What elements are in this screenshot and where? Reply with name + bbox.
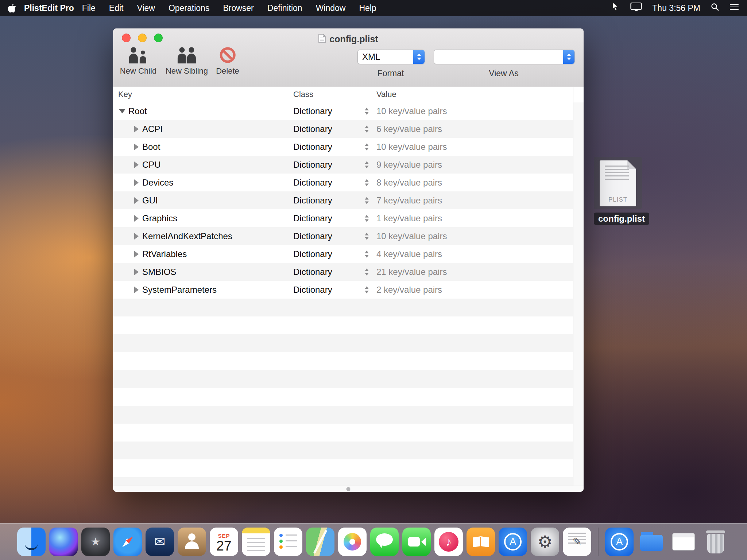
app-icon-reminders[interactable]	[274, 528, 302, 556]
delete-label: Delete	[216, 66, 239, 76]
plist-outline: RootDictionary10 key/value pairsACPIDict…	[113, 102, 584, 486]
dock-item-trash[interactable]	[701, 528, 730, 556]
disclosure-triangle[interactable]	[134, 179, 139, 186]
app-icon-mail[interactable]: ✉	[146, 528, 174, 556]
row-class: Dictionary	[293, 178, 332, 188]
class-popup-stepper-icon[interactable]	[364, 107, 369, 115]
new-child-button[interactable]: New Child	[120, 47, 156, 76]
app-icon-system-preferences[interactable]: ⚙	[531, 528, 559, 556]
app-icon-facetime[interactable]	[402, 528, 431, 556]
table-row[interactable]: GUIDictionary7 key/value pairs	[113, 191, 573, 209]
display-menu-icon[interactable]	[630, 2, 642, 14]
app-icon-finder[interactable]	[17, 528, 46, 556]
menu-edit[interactable]: Edit	[109, 3, 124, 13]
plist-badge: PLIST	[600, 196, 636, 203]
app-icon-app-store-recent[interactable]: A	[605, 528, 634, 556]
title-bar[interactable]: config.plist	[113, 28, 584, 46]
class-popup-stepper-icon[interactable]	[364, 161, 369, 169]
row-key: KernelAndKextPatches	[142, 231, 232, 241]
table-row[interactable]: SMBIOSDictionary21 key/value pairs	[113, 263, 573, 281]
app-icon-photos[interactable]	[338, 528, 367, 556]
row-class: Dictionary	[293, 160, 332, 170]
disclosure-triangle[interactable]	[134, 197, 139, 204]
disclosure-triangle[interactable]	[134, 269, 139, 275]
app-icon-contacts[interactable]	[178, 528, 206, 556]
menu-bar-clock[interactable]: Thu 3:56 PM	[652, 3, 700, 13]
class-popup-stepper-icon[interactable]	[364, 268, 369, 276]
format-popup[interactable]: XML	[357, 50, 425, 64]
menu-definition[interactable]: Definition	[267, 3, 302, 13]
class-popup-stepper-icon[interactable]	[364, 250, 369, 258]
disclosure-triangle[interactable]	[134, 162, 139, 168]
table-row[interactable]: RtVariablesDictionary4 key/value pairs	[113, 245, 573, 263]
dock-item-downloads-folder[interactable]	[637, 528, 666, 556]
active-app-name[interactable]: PlistEdit Pro	[24, 3, 74, 13]
disclosure-triangle[interactable]	[134, 287, 139, 293]
new-child-icon	[128, 47, 149, 65]
horizontal-scrollbar[interactable]	[113, 486, 584, 492]
popup-stepper-icon	[563, 50, 574, 64]
row-key: RtVariables	[142, 249, 187, 259]
dock-item-minimized-window[interactable]	[669, 528, 698, 556]
scroll-indicator-dot[interactable]	[347, 487, 351, 491]
document-proxy-icon[interactable]	[318, 34, 326, 44]
desktop-icon-config-plist[interactable]: PLIST config.plist	[594, 157, 642, 225]
table-row[interactable]: GraphicsDictionary1 key/value pairs	[113, 209, 573, 227]
row-class: Dictionary	[293, 106, 332, 116]
app-icon-app-store[interactable]: A	[499, 528, 527, 556]
table-row[interactable]: KernelAndKextPatchesDictionary10 key/val…	[113, 227, 573, 245]
row-class: Dictionary	[293, 124, 332, 134]
menu-browser[interactable]: Browser	[223, 3, 253, 13]
app-icon-calendar[interactable]: SEP27	[210, 528, 238, 556]
delete-button[interactable]: Delete	[216, 47, 239, 76]
app-icon-plistedit-pro[interactable]: ✎	[563, 528, 591, 556]
disclosure-triangle[interactable]	[134, 126, 139, 132]
notification-center-icon[interactable]	[729, 3, 739, 13]
row-class: Dictionary	[293, 249, 332, 259]
app-icon-safari[interactable]	[113, 528, 142, 556]
app-icon-launchpad[interactable]: ★	[81, 528, 110, 556]
class-popup-stepper-icon[interactable]	[364, 179, 369, 187]
traffic-lights	[122, 34, 163, 42]
table-row[interactable]: ACPIDictionary6 key/value pairs	[113, 120, 573, 138]
disclosure-triangle[interactable]	[134, 215, 139, 222]
disclosure-triangle[interactable]	[134, 251, 139, 257]
table-row[interactable]: DevicesDictionary8 key/value pairs	[113, 174, 573, 191]
table-row[interactable]: RootDictionary10 key/value pairs	[113, 102, 573, 120]
menu-help[interactable]: Help	[359, 3, 376, 13]
menu-file[interactable]: File	[82, 3, 96, 13]
apple-menu-icon[interactable]	[8, 3, 16, 13]
class-popup-stepper-icon[interactable]	[364, 286, 369, 294]
row-value: 8 key/value pairs	[371, 178, 573, 188]
class-popup-stepper-icon[interactable]	[364, 214, 369, 222]
disclosure-triangle[interactable]	[134, 144, 139, 150]
close-button[interactable]	[122, 34, 131, 42]
app-icon-music[interactable]: ♪	[434, 528, 463, 556]
vertical-scrollbar[interactable]	[573, 102, 584, 486]
disclosure-triangle[interactable]	[134, 233, 139, 240]
spotlight-icon[interactable]	[711, 3, 719, 13]
app-icon-maps[interactable]	[306, 528, 334, 556]
app-icon-books[interactable]	[467, 528, 495, 556]
table-row[interactable]: CPUDictionary9 key/value pairs	[113, 156, 573, 174]
page-text-lines	[605, 166, 629, 182]
app-icon-siri[interactable]	[49, 528, 78, 556]
class-popup-stepper-icon[interactable]	[364, 143, 369, 151]
minimize-button[interactable]	[138, 34, 147, 42]
table-row[interactable]: BootDictionary10 key/value pairs	[113, 138, 573, 156]
disclosure-triangle[interactable]	[119, 109, 125, 113]
class-popup-stepper-icon[interactable]	[364, 125, 369, 133]
row-value: 10 key/value pairs	[371, 142, 573, 152]
class-popup-stepper-icon[interactable]	[364, 232, 369, 240]
menu-operations[interactable]: Operations	[169, 3, 210, 13]
menu-window[interactable]: Window	[316, 3, 346, 13]
view-as-popup[interactable]	[434, 50, 575, 64]
app-icon-messages[interactable]	[370, 528, 399, 556]
new-sibling-button[interactable]: New Sibling	[166, 47, 208, 76]
app-icon-notes[interactable]	[242, 528, 270, 556]
zoom-button[interactable]	[154, 34, 163, 42]
row-value: 1 key/value pairs	[371, 213, 573, 223]
menu-view[interactable]: View	[137, 3, 155, 13]
table-row[interactable]: SystemParametersDictionary2 key/value pa…	[113, 281, 573, 299]
class-popup-stepper-icon[interactable]	[364, 197, 369, 205]
